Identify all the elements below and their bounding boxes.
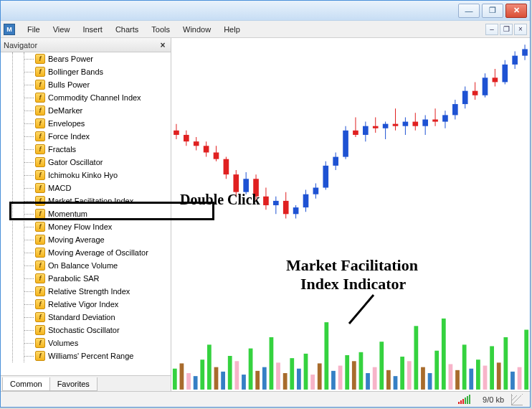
svg-rect-3 xyxy=(184,135,189,141)
svg-rect-119 xyxy=(497,362,501,390)
navigator-close-button[interactable]: × xyxy=(158,40,168,50)
menu-charts[interactable]: Charts xyxy=(109,21,145,37)
svg-rect-61 xyxy=(472,91,478,95)
indicator-icon: f xyxy=(35,222,45,232)
tree-item-label: Ichimoku Kinko Hyo xyxy=(48,171,118,179)
svg-rect-43 xyxy=(383,124,389,128)
svg-rect-108 xyxy=(421,367,425,390)
window-close-button[interactable]: ✕ xyxy=(505,4,527,18)
svg-rect-72 xyxy=(173,369,177,390)
tree-item[interactable]: fMomentum xyxy=(1,207,171,220)
svg-rect-84 xyxy=(255,371,260,390)
tree-item[interactable]: fMoving Average of Oscillator xyxy=(1,246,171,259)
menu-insert[interactable]: Insert xyxy=(76,21,109,37)
tree-item[interactable]: fOn Balance Volume xyxy=(1,259,171,272)
tree-item[interactable]: fIchimoku Kinko Hyo xyxy=(1,169,171,182)
tab-favorites[interactable]: Favorites xyxy=(49,377,98,391)
svg-rect-55 xyxy=(442,115,448,121)
svg-rect-104 xyxy=(394,376,398,390)
resize-grip[interactable] xyxy=(511,394,523,405)
svg-rect-49 xyxy=(412,122,418,126)
indicator-icon: f xyxy=(35,248,45,258)
tree-item[interactable]: fEnvelopes xyxy=(1,117,171,130)
svg-rect-109 xyxy=(428,373,432,390)
mdi-restore-button[interactable]: ❐ xyxy=(500,24,513,35)
svg-rect-29 xyxy=(313,188,319,194)
svg-rect-79 xyxy=(221,372,225,390)
tree-item[interactable]: fDeMarker xyxy=(1,104,171,117)
tree-item[interactable]: fWilliams' Percent Range xyxy=(1,349,171,362)
menu-tools[interactable]: Tools xyxy=(145,21,176,37)
tree-item[interactable]: fGator Oscillator xyxy=(1,156,171,169)
window-minimize-button[interactable]: — xyxy=(458,4,480,18)
mdi-minimize-button[interactable]: – xyxy=(485,24,498,35)
navigator-header: Navigator × xyxy=(1,38,171,52)
svg-rect-35 xyxy=(343,131,348,157)
titlebar: — ❐ ✕ xyxy=(1,1,530,21)
tree-item[interactable]: fRelative Strength Index xyxy=(1,285,171,298)
svg-rect-117 xyxy=(483,366,488,390)
tree-item[interactable]: fFractals xyxy=(1,143,171,156)
tree-item-label: DeMarker xyxy=(48,106,82,115)
tree-item[interactable]: fBulls Power xyxy=(1,78,171,91)
tree-item[interactable]: fForce Index xyxy=(1,130,171,143)
svg-rect-85 xyxy=(262,367,267,390)
menu-file[interactable]: File xyxy=(21,21,47,37)
svg-rect-110 xyxy=(434,351,439,390)
tree-item[interactable]: fMarket Facilitation Index xyxy=(1,194,171,207)
tree-item-label: Stochastic Oscillator xyxy=(48,326,120,334)
tree-item-label: Force Index xyxy=(48,132,90,141)
tree-item[interactable]: fVolumes xyxy=(1,337,171,349)
svg-rect-121 xyxy=(510,372,515,390)
svg-rect-86 xyxy=(270,337,274,390)
menu-view[interactable]: View xyxy=(47,21,77,37)
svg-rect-59 xyxy=(462,91,468,104)
indicator-icon: f xyxy=(35,157,45,167)
window-maximize-button[interactable]: ❐ xyxy=(482,4,503,18)
menu-window[interactable]: Window xyxy=(176,21,217,37)
svg-rect-106 xyxy=(407,361,412,390)
svg-rect-82 xyxy=(242,375,246,390)
svg-rect-31 xyxy=(323,166,328,188)
indicator-icon: f xyxy=(35,312,45,322)
menu-help[interactable]: Help xyxy=(217,21,247,37)
tree-item[interactable]: fBears Power xyxy=(1,52,171,65)
svg-rect-57 xyxy=(452,104,458,115)
tree-item[interactable]: fMoving Average xyxy=(1,233,171,246)
svg-rect-122 xyxy=(518,367,522,390)
indicator-icon: f xyxy=(35,273,45,283)
svg-rect-25 xyxy=(293,207,299,214)
svg-rect-118 xyxy=(490,346,494,389)
mdi-close-button[interactable]: × xyxy=(514,24,527,35)
indicator-icon: f xyxy=(35,118,45,128)
menubar: M FileViewInsertChartsToolsWindowHelp – … xyxy=(1,21,530,38)
svg-rect-13 xyxy=(233,174,239,192)
tree-item-label: Gator Oscillator xyxy=(48,158,103,166)
tree-item[interactable]: fParabolic SAR xyxy=(1,272,171,285)
tree-item[interactable]: fRelative Vigor Index xyxy=(1,298,171,311)
tree-item[interactable]: fStochastic Oscillator xyxy=(1,324,171,337)
svg-rect-89 xyxy=(290,358,294,390)
tree-item[interactable]: fMoney Flow Index xyxy=(1,220,171,233)
svg-rect-41 xyxy=(373,126,379,128)
indicator-icon: f xyxy=(35,235,45,245)
navigator-tree[interactable]: fBears PowerfBollinger BandsfBulls Power… xyxy=(1,52,171,375)
svg-rect-114 xyxy=(462,344,467,390)
tree-item-label: On Balance Volume xyxy=(48,261,118,270)
tree-item[interactable]: fBollinger Bands xyxy=(1,65,171,78)
svg-rect-96 xyxy=(338,366,343,390)
tab-common[interactable]: Common xyxy=(2,377,50,391)
svg-rect-107 xyxy=(414,326,418,390)
indicator-icon: f xyxy=(35,183,45,193)
indicator-icon: f xyxy=(35,80,45,90)
tree-item-label: Bollinger Bands xyxy=(48,67,103,76)
svg-rect-17 xyxy=(253,179,259,197)
tree-item[interactable]: fStandard Deviation xyxy=(1,311,171,324)
app-window: — ❐ ✕ M FileViewInsertChartsToolsWindowH… xyxy=(0,0,531,408)
tree-item[interactable]: fMACD xyxy=(1,182,171,194)
tree-item[interactable]: fCommodity Channel Index xyxy=(1,91,171,104)
navigator-title: Navigator xyxy=(4,41,37,50)
svg-rect-47 xyxy=(403,122,409,126)
tree-item-label: Relative Strength Index xyxy=(48,287,130,296)
chart-area[interactable]: Double Click Market Facilitation Index I… xyxy=(171,38,530,391)
